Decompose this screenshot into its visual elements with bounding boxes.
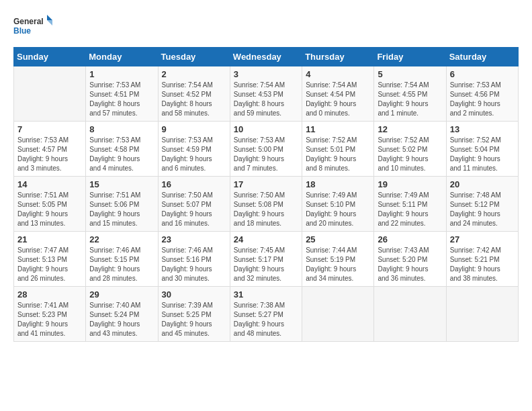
weekday-header-monday: Monday <box>86 48 158 66</box>
day-number: 18 <box>306 179 370 189</box>
day-info: Sunrise: 7:49 AMSunset: 5:11 PMDaylight:… <box>378 191 442 228</box>
day-number: 21 <box>17 234 82 244</box>
calendar-cell <box>374 287 446 342</box>
weekday-header-friday: Friday <box>374 48 446 66</box>
calendar-cell: 22Sunrise: 7:46 AMSunset: 5:15 PMDayligh… <box>86 232 158 287</box>
calendar-cell <box>14 66 86 122</box>
calendar-cell: 10Sunrise: 7:53 AMSunset: 5:00 PMDayligh… <box>230 122 302 177</box>
day-info: Sunrise: 7:54 AMSunset: 4:54 PMDaylight:… <box>306 81 370 118</box>
weekday-header-row: SundayMondayTuesdayWednesdayThursdayFrid… <box>14 48 519 66</box>
day-info: Sunrise: 7:41 AMSunset: 5:23 PMDaylight:… <box>17 301 82 338</box>
day-number: 5 <box>378 69 442 79</box>
calendar-cell: 26Sunrise: 7:43 AMSunset: 5:20 PMDayligh… <box>374 232 446 287</box>
day-number: 20 <box>450 179 515 189</box>
calendar-week-row: 28Sunrise: 7:41 AMSunset: 5:23 PMDayligh… <box>14 287 519 342</box>
weekday-header-tuesday: Tuesday <box>158 48 230 66</box>
day-info: Sunrise: 7:43 AMSunset: 5:20 PMDaylight:… <box>378 246 442 283</box>
day-number: 17 <box>234 179 298 189</box>
calendar-week-row: 1Sunrise: 7:53 AMSunset: 4:51 PMDaylight… <box>14 66 519 122</box>
calendar-cell: 27Sunrise: 7:42 AMSunset: 5:21 PMDayligh… <box>446 232 518 287</box>
calendar-cell: 17Sunrise: 7:50 AMSunset: 5:08 PMDayligh… <box>230 177 302 232</box>
day-number: 29 <box>89 289 154 300</box>
calendar-cell: 25Sunrise: 7:44 AMSunset: 5:19 PMDayligh… <box>302 232 374 287</box>
svg-text:General: General <box>13 17 44 26</box>
day-info: Sunrise: 7:50 AMSunset: 5:08 PMDaylight:… <box>234 191 298 228</box>
day-number: 31 <box>234 289 298 300</box>
calendar-cell: 21Sunrise: 7:47 AMSunset: 5:13 PMDayligh… <box>14 232 86 287</box>
calendar-cell: 7Sunrise: 7:53 AMSunset: 4:57 PMDaylight… <box>14 122 86 177</box>
day-number: 22 <box>89 234 154 244</box>
day-number: 30 <box>162 289 226 300</box>
day-number: 19 <box>378 179 442 189</box>
calendar-cell: 28Sunrise: 7:41 AMSunset: 5:23 PMDayligh… <box>14 287 86 342</box>
svg-text:Blue: Blue <box>13 26 31 36</box>
calendar-cell: 24Sunrise: 7:45 AMSunset: 5:17 PMDayligh… <box>230 232 302 287</box>
day-number: 12 <box>378 124 442 134</box>
calendar-cell: 30Sunrise: 7:39 AMSunset: 5:25 PMDayligh… <box>158 287 230 342</box>
calendar-cell: 19Sunrise: 7:49 AMSunset: 5:11 PMDayligh… <box>374 177 446 232</box>
calendar-week-row: 14Sunrise: 7:51 AMSunset: 5:05 PMDayligh… <box>14 177 519 232</box>
svg-marker-3 <box>47 20 52 26</box>
day-number: 2 <box>162 69 226 79</box>
weekday-header-saturday: Saturday <box>446 48 518 66</box>
day-info: Sunrise: 7:48 AMSunset: 5:12 PMDaylight:… <box>450 191 515 228</box>
day-info: Sunrise: 7:53 AMSunset: 4:51 PMDaylight:… <box>89 81 154 118</box>
logo-svg: General Blue <box>13 13 54 40</box>
calendar-week-row: 21Sunrise: 7:47 AMSunset: 5:13 PMDayligh… <box>14 232 519 287</box>
calendar-cell: 15Sunrise: 7:51 AMSunset: 5:06 PMDayligh… <box>86 177 158 232</box>
calendar-cell: 16Sunrise: 7:50 AMSunset: 5:07 PMDayligh… <box>158 177 230 232</box>
calendar-cell: 4Sunrise: 7:54 AMSunset: 4:54 PMDaylight… <box>302 66 374 122</box>
calendar-cell: 13Sunrise: 7:52 AMSunset: 5:04 PMDayligh… <box>446 122 518 177</box>
weekday-header-wednesday: Wednesday <box>230 48 302 66</box>
day-info: Sunrise: 7:52 AMSunset: 5:01 PMDaylight:… <box>306 136 370 173</box>
day-number: 25 <box>306 234 370 244</box>
day-info: Sunrise: 7:54 AMSunset: 4:53 PMDaylight:… <box>234 81 298 118</box>
day-info: Sunrise: 7:47 AMSunset: 5:13 PMDaylight:… <box>17 246 82 283</box>
day-info: Sunrise: 7:40 AMSunset: 5:24 PMDaylight:… <box>89 301 154 338</box>
calendar-cell: 11Sunrise: 7:52 AMSunset: 5:01 PMDayligh… <box>302 122 374 177</box>
day-info: Sunrise: 7:49 AMSunset: 5:10 PMDaylight:… <box>306 191 370 228</box>
day-info: Sunrise: 7:53 AMSunset: 4:57 PMDaylight:… <box>17 136 82 173</box>
day-number: 8 <box>89 124 154 134</box>
calendar-cell: 2Sunrise: 7:54 AMSunset: 4:52 PMDaylight… <box>158 66 230 122</box>
day-number: 7 <box>17 124 82 134</box>
calendar-table: SundayMondayTuesdayWednesdayThursdayFrid… <box>13 47 519 342</box>
day-number: 6 <box>450 69 515 79</box>
day-info: Sunrise: 7:53 AMSunset: 4:58 PMDaylight:… <box>89 136 154 173</box>
day-number: 14 <box>17 179 82 189</box>
svg-marker-2 <box>47 15 52 20</box>
day-number: 16 <box>162 179 226 189</box>
day-info: Sunrise: 7:42 AMSunset: 5:21 PMDaylight:… <box>450 246 515 283</box>
day-number: 10 <box>234 124 298 134</box>
day-info: Sunrise: 7:46 AMSunset: 5:15 PMDaylight:… <box>89 246 154 283</box>
calendar-cell: 18Sunrise: 7:49 AMSunset: 5:10 PMDayligh… <box>302 177 374 232</box>
day-number: 24 <box>234 234 298 244</box>
day-info: Sunrise: 7:44 AMSunset: 5:19 PMDaylight:… <box>306 246 370 283</box>
day-number: 28 <box>17 289 82 300</box>
day-number: 4 <box>306 69 370 79</box>
day-number: 15 <box>89 179 154 189</box>
day-info: Sunrise: 7:39 AMSunset: 5:25 PMDaylight:… <box>162 301 226 338</box>
day-info: Sunrise: 7:38 AMSunset: 5:27 PMDaylight:… <box>234 301 298 338</box>
day-info: Sunrise: 7:52 AMSunset: 5:04 PMDaylight:… <box>450 136 515 173</box>
calendar-cell: 5Sunrise: 7:54 AMSunset: 4:55 PMDaylight… <box>374 66 446 122</box>
day-info: Sunrise: 7:54 AMSunset: 4:55 PMDaylight:… <box>378 81 442 118</box>
day-number: 11 <box>306 124 370 134</box>
day-info: Sunrise: 7:52 AMSunset: 5:02 PMDaylight:… <box>378 136 442 173</box>
page-header: General Blue <box>13 13 519 40</box>
calendar-cell: 29Sunrise: 7:40 AMSunset: 5:24 PMDayligh… <box>86 287 158 342</box>
day-info: Sunrise: 7:53 AMSunset: 5:00 PMDaylight:… <box>234 136 298 173</box>
day-info: Sunrise: 7:51 AMSunset: 5:05 PMDaylight:… <box>17 191 82 228</box>
day-info: Sunrise: 7:53 AMSunset: 4:56 PMDaylight:… <box>450 81 515 118</box>
calendar-cell: 20Sunrise: 7:48 AMSunset: 5:12 PMDayligh… <box>446 177 518 232</box>
calendar-cell: 8Sunrise: 7:53 AMSunset: 4:58 PMDaylight… <box>86 122 158 177</box>
day-number: 3 <box>234 69 298 79</box>
calendar-cell <box>446 287 518 342</box>
calendar-cell: 1Sunrise: 7:53 AMSunset: 4:51 PMDaylight… <box>86 66 158 122</box>
day-info: Sunrise: 7:51 AMSunset: 5:06 PMDaylight:… <box>89 191 154 228</box>
day-info: Sunrise: 7:50 AMSunset: 5:07 PMDaylight:… <box>162 191 226 228</box>
day-number: 1 <box>89 69 154 79</box>
day-number: 9 <box>162 124 226 134</box>
day-number: 27 <box>450 234 515 244</box>
day-number: 26 <box>378 234 442 244</box>
